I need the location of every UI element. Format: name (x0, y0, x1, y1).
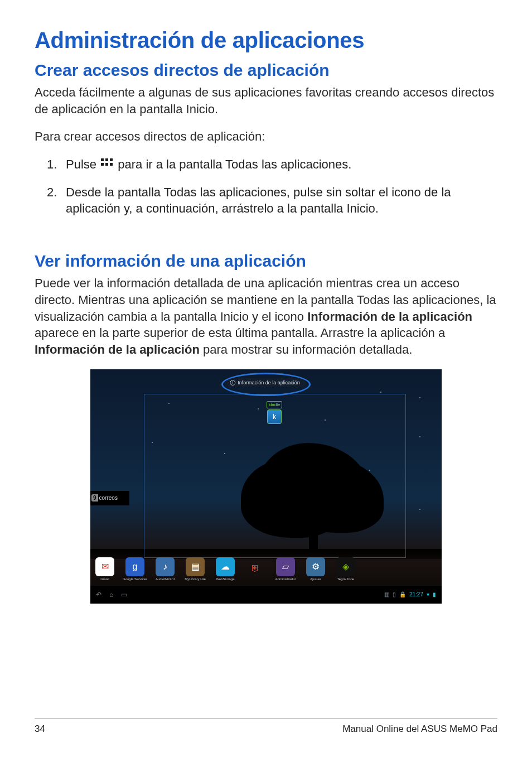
usb-icon: ▯ (393, 591, 396, 597)
dock-app-8[interactable]: ◈Tegra Zone (333, 557, 358, 581)
tablet-screenshot: i Información de la aplicación kindle k … (90, 369, 442, 604)
dock-app-label: Ajustes (303, 577, 328, 581)
mail-label: correos (99, 495, 118, 501)
dock-app-label: Tegra Zone (333, 577, 358, 581)
all-apps-icon (101, 158, 113, 170)
dock-app-icon: ◈ (336, 557, 355, 576)
clock: 21:27 (409, 591, 423, 597)
dock-app-0[interactable]: ✉Gmail (93, 557, 117, 581)
step-body: Desde la pantalla Todas las aplicaciones… (66, 184, 497, 217)
text: aparece en la parte superior de esta últ… (35, 326, 445, 340)
system-navbar: ↶ ⌂ ▭ ▥ ▯ 🔒 21:27 ▾ ▮ (90, 586, 442, 604)
page-footer: 34 Manual Online del ASUS MeMO Pad (35, 719, 497, 735)
dock-app-label: AudioWizard (153, 577, 177, 581)
step-body: Pulse para ir a la pantalla Todas las ap… (66, 156, 497, 173)
heading-2-appinfo: Ver información de una aplicación (35, 252, 497, 271)
dock-app-label: Google Services (123, 577, 147, 581)
page-number: 34 (35, 724, 45, 735)
dock-app-icon: ✉ (95, 557, 114, 576)
dock-app-label: MyLibrary Lite (183, 577, 207, 581)
step-text-after: para ir a la pantalla Todas las aplicaci… (118, 157, 351, 171)
dock-app-6[interactable]: ▱Administrador (273, 557, 298, 581)
app-info-label: Información de la aplicación (238, 380, 300, 385)
dock-app-1[interactable]: gGoogle Services (123, 557, 147, 581)
status-area[interactable]: ▥ ▯ 🔒 21:27 ▾ ▮ (384, 591, 436, 597)
step-number: 2. (47, 184, 66, 217)
dock-app-label: Gmail (93, 577, 117, 581)
sd-icon: ▥ (384, 591, 389, 597)
dock: ✉GmailgGoogle Services♪AudioWizard▤MyLib… (90, 553, 442, 585)
dragged-app[interactable]: kindle k (263, 398, 286, 424)
text: para mostrar su información detallada. (203, 343, 412, 356)
steps-list: 1. Pulse para ir a la pantalla Todas las… (35, 156, 497, 217)
recent-icon[interactable]: ▭ (121, 591, 127, 599)
screenshot-container: i Información de la aplicación kindle k … (35, 369, 497, 604)
bold-text: Información de la aplicación (307, 310, 472, 324)
back-icon[interactable]: ↶ (96, 591, 101, 599)
heading-1: Administración de aplicaciones (35, 28, 497, 53)
home-icon[interactable]: ⌂ (109, 591, 113, 599)
step-1: 1. Pulse para ir a la pantalla Todas las… (47, 156, 497, 173)
step-number: 1. (47, 156, 66, 173)
dragged-app-label: kindle (267, 401, 283, 408)
heading-2-shortcuts: Crear accesos directos de aplicación (35, 61, 497, 80)
kindle-icon: k (267, 409, 282, 424)
dock-app-icon: ⛨ (246, 559, 265, 578)
footer-title: Manual Online del ASUS MeMO Pad (342, 724, 497, 735)
dock-app-icon: ☁ (216, 557, 235, 576)
dock-app-5[interactable]: ⛨ (243, 559, 268, 579)
dock-app-2[interactable]: ♪AudioWizard (153, 557, 177, 581)
step-text-before: Pulse (66, 157, 100, 171)
paragraph: Para crear accesos directos de aplicació… (35, 128, 497, 145)
app-info-pill[interactable]: i Información de la aplicación (226, 378, 306, 387)
dock-app-icon: ♪ (156, 557, 175, 576)
nav-buttons: ↶ ⌂ ▭ (96, 591, 127, 599)
dock-app-4[interactable]: ☁WebStorage (213, 557, 238, 581)
paragraph: Puede ver la información detallada de un… (35, 275, 497, 358)
dock-app-icon: ▱ (276, 557, 295, 576)
dock-app-icon: g (125, 557, 144, 576)
mail-count-badge: 9 (91, 494, 98, 502)
lock-icon: 🔒 (399, 591, 406, 597)
dock-app-icon: ⚙ (306, 557, 325, 576)
dock-app-icon: ▤ (186, 557, 205, 576)
dock-app-label: WebStorage (213, 577, 238, 581)
dock-app-7[interactable]: ⚙Ajustes (303, 557, 328, 581)
battery-icon: ▮ (433, 591, 436, 597)
paragraph: Acceda fácilmente a algunas de sus aplic… (35, 84, 497, 117)
mail-widget[interactable]: 9 correos (90, 491, 129, 505)
step-2: 2. Desde la pantalla Todas las aplicacio… (47, 184, 497, 217)
dock-app-3[interactable]: ▤MyLibrary Lite (183, 557, 207, 581)
wifi-icon: ▾ (427, 591, 429, 597)
info-icon: i (230, 380, 235, 385)
manual-page: Administración de aplicaciones Crear acc… (0, 0, 532, 757)
bold-text: Información de la aplicación (35, 343, 200, 356)
dock-app-label: Administrador (273, 577, 298, 581)
